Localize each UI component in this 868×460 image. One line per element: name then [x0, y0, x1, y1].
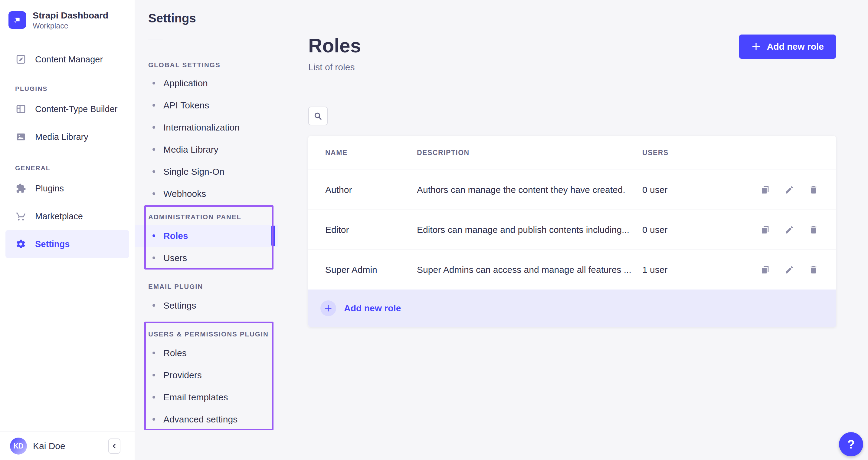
subnav-item-label: Advanced settings: [163, 414, 238, 425]
bullet-icon: [153, 396, 155, 399]
brand-text: Strapi Dashboard Workplace: [33, 10, 108, 30]
sidebar-item-label: Plugins: [35, 183, 64, 194]
duplicate-button[interactable]: [760, 224, 771, 235]
subnav-item-api-tokens[interactable]: API Tokens: [135, 94, 278, 116]
duplicate-button[interactable]: [760, 264, 771, 275]
subnav-item-internationalization[interactable]: Internationalization: [135, 116, 278, 138]
chevron-left-icon: [111, 442, 118, 450]
subnav-item-media-library[interactable]: Media Library: [135, 138, 278, 161]
role-users-count: 0 user: [642, 225, 760, 235]
bullet-icon: [153, 82, 155, 85]
page-header: Roles List of roles Add new role: [308, 34, 836, 73]
main-sidebar: Strapi Dashboard Workplace Content Manag…: [0, 0, 135, 460]
user-bar: KD Kai Doe: [0, 432, 135, 460]
subnav-item-label: Providers: [163, 370, 202, 380]
add-new-role-label: Add new role: [767, 41, 824, 52]
subnav-divider: [148, 39, 163, 39]
bullet-icon: [153, 192, 155, 195]
edit-button[interactable]: [784, 184, 795, 195]
subnav-item-application[interactable]: Application: [135, 72, 278, 94]
bullet-icon: [153, 304, 155, 307]
page-subtitle: List of roles: [308, 62, 361, 73]
subnav-item-webhooks[interactable]: Webhooks: [135, 182, 278, 205]
strapi-logo-icon: [8, 11, 26, 29]
subnav-item-providers[interactable]: Providers: [135, 364, 278, 386]
table-footer-add-new-role[interactable]: Add new role: [308, 289, 836, 327]
avatar[interactable]: KD: [10, 438, 27, 455]
row-actions: [760, 264, 819, 275]
subnav-item-label: Internationalization: [163, 122, 240, 133]
sidebar-item-media-library[interactable]: Media Library: [0, 123, 135, 151]
subnav-item-email-templates[interactable]: Email templates: [135, 386, 278, 408]
subnav-section-users-permissions-plugin: USERS & PERMISSIONS PLUGIN Roles Provide…: [135, 330, 278, 430]
help-button[interactable]: ?: [839, 432, 863, 456]
app-title: Strapi Dashboard: [33, 10, 108, 21]
subnav-section-label: ADMINISTRATION PANEL: [148, 213, 278, 221]
table-row-super-admin[interactable]: Super Admin Super Admins can access and …: [308, 250, 836, 289]
sidebar-plugins-group: PLUGINS Content-Type Builder: [0, 85, 135, 151]
edit-button[interactable]: [784, 264, 795, 275]
subnav-section-label: GLOBAL SETTINGS: [148, 61, 278, 69]
bullet-icon: [153, 234, 155, 237]
pencil-icon: [784, 225, 794, 235]
collapse-sidebar-button[interactable]: [108, 438, 120, 454]
search-icon: [313, 111, 323, 121]
sidebar-section-plugins: PLUGINS: [15, 85, 135, 93]
sidebar-item-label: Settings: [35, 239, 70, 249]
plus-circle-icon: [320, 300, 336, 316]
subnav-item-label: Email templates: [163, 392, 228, 402]
footer-add-new-role-label: Add new role: [344, 303, 401, 313]
subnav-item-label: Settings: [163, 300, 196, 311]
role-description: Authors can manage the content they have…: [417, 185, 642, 195]
table-row-author[interactable]: Author Authors can manage the content th…: [308, 170, 836, 209]
sidebar-item-plugins[interactable]: Plugins: [0, 174, 135, 202]
plus-icon: [751, 42, 761, 52]
search-button[interactable]: [308, 107, 328, 125]
sidebar-general-group: GENERAL Plugins Marketplace: [0, 164, 135, 258]
delete-button[interactable]: [808, 224, 819, 235]
column-header-description: DESCRIPTION: [417, 149, 642, 157]
table-body: Author Authors can manage the content th…: [308, 170, 836, 289]
delete-button[interactable]: [808, 184, 819, 195]
subnav-item-label: Webhooks: [163, 189, 206, 199]
sidebar-item-label: Marketplace: [35, 211, 83, 221]
subnav-item-label: Media Library: [163, 144, 218, 155]
sidebar-item-marketplace[interactable]: Marketplace: [0, 202, 135, 230]
shopping-cart-icon: [15, 210, 27, 222]
subnav-item-advanced-settings[interactable]: Advanced settings: [135, 408, 278, 430]
page-title: Roles: [308, 34, 361, 58]
subnav-item-label: Single Sign-On: [163, 167, 224, 177]
subnav-section-email-plugin: EMAIL PLUGIN Settings: [135, 283, 278, 316]
pencil-icon: [784, 265, 794, 275]
sidebar-item-content-type-builder[interactable]: Content-Type Builder: [0, 95, 135, 123]
table-row-editor[interactable]: Editor Editors can manage and publish co…: [308, 209, 836, 250]
subnav-section-label: EMAIL PLUGIN: [148, 283, 278, 291]
role-users-count: 0 user: [642, 185, 760, 195]
feather-pen-icon: [15, 54, 27, 65]
table-header-row: NAME DESCRIPTION USERS: [308, 136, 836, 170]
sidebar-item-label: Content-Type Builder: [35, 104, 117, 114]
subnav-title: Settings: [148, 11, 278, 25]
bullet-icon: [153, 148, 155, 151]
bullet-icon: [153, 257, 155, 259]
edit-button[interactable]: [784, 224, 795, 235]
subnav-item-label: Roles: [163, 348, 187, 358]
subnav-section-global-settings: GLOBAL SETTINGS Application API Tokens I…: [135, 61, 278, 205]
bullet-icon: [153, 352, 155, 354]
subnav-item-single-sign-on[interactable]: Single Sign-On: [135, 161, 278, 182]
column-header-name: NAME: [325, 149, 417, 157]
sidebar-item-content-manager[interactable]: Content Manager: [0, 47, 135, 71]
duplicate-button[interactable]: [760, 184, 771, 195]
subnav-item-roles[interactable]: Roles: [135, 225, 278, 247]
delete-button[interactable]: [808, 264, 819, 275]
subnav-item-email-settings[interactable]: Settings: [135, 294, 278, 316]
sidebar-item-settings[interactable]: Settings: [5, 230, 129, 258]
row-actions: [760, 224, 819, 235]
trash-icon: [809, 265, 818, 275]
role-name: Author: [325, 185, 417, 195]
sidebar-item-label: Content Manager: [35, 55, 103, 64]
subnav-item-users[interactable]: Users: [135, 247, 278, 269]
column-header-users: USERS: [642, 149, 819, 157]
add-new-role-button[interactable]: Add new role: [739, 34, 836, 59]
subnav-item-up-roles[interactable]: Roles: [135, 342, 278, 364]
